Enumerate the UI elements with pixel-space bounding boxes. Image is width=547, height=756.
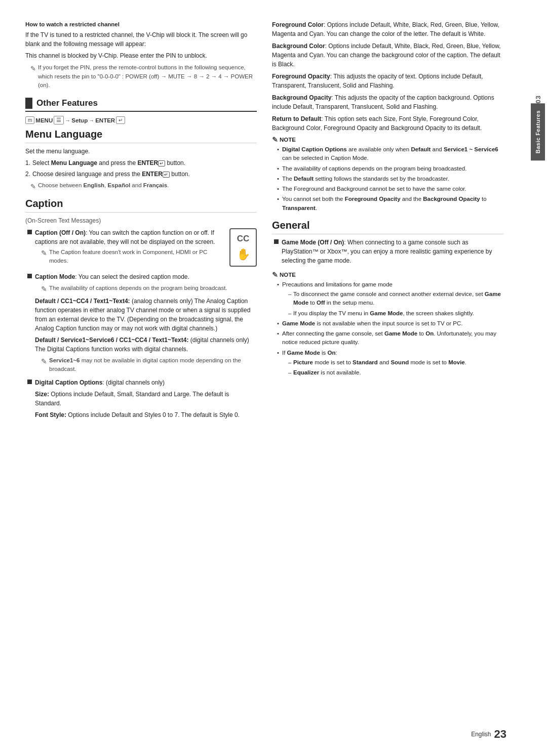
other-features-title: Other Features bbox=[36, 98, 98, 108]
menu-language-title: Menu Language bbox=[25, 129, 257, 143]
foreground-color: Foreground Color: Options include Defaul… bbox=[272, 20, 503, 38]
step1-num: 1. bbox=[25, 158, 30, 167]
other-features-title-bar: Other Features bbox=[25, 98, 257, 112]
restricted-channel-para1: If the TV is tuned to a restricted chann… bbox=[25, 30, 257, 49]
arrow2: → bbox=[89, 117, 94, 123]
general-note-1b: If you display the TV menu in Game Mode,… bbox=[288, 309, 503, 318]
menu-language-step2: 2. Choose desired language and press the… bbox=[25, 170, 257, 179]
general-note-1-sub: To disconnect the game console and conne… bbox=[282, 290, 503, 318]
right-column: Foreground Color: Options include Defaul… bbox=[272, 20, 503, 736]
return-to-default: Return to Default: This option sets each… bbox=[272, 114, 503, 133]
sidebar: 03 Basic Features bbox=[529, 0, 547, 756]
restricted-channel-para2: This channel is blocked by V-Chip. Pleas… bbox=[25, 51, 257, 60]
general-title: General bbox=[272, 220, 503, 234]
menu-path: m MENU ☰ → Setup → ENTER ↵ bbox=[25, 116, 257, 124]
cc-hand-icon: ✋ bbox=[237, 246, 250, 263]
cc-box: CC ✋ bbox=[229, 228, 257, 267]
pencil-icon-caption1: ✎ bbox=[41, 248, 47, 259]
pencil-icon-caption2: ✎ bbox=[41, 284, 47, 295]
general-note-4: If Game Mode is On: Picture mode is set … bbox=[277, 349, 503, 377]
content-area: How to watch a restricted channel If the… bbox=[0, 0, 529, 756]
pencil-icon-restricted: ✎ bbox=[30, 64, 36, 74]
caption-note-section: ✎ NOTE Digital Caption Options are avail… bbox=[272, 136, 503, 213]
general-section: General Game Mode (Off / On): When conne… bbox=[272, 220, 503, 377]
page-footer: English 23 bbox=[471, 728, 506, 741]
general-note-1a: To disconnect the game console and conne… bbox=[288, 290, 503, 308]
other-features-section: Other Features m MENU ☰ → Setup → ENTER … bbox=[25, 98, 257, 124]
foreground-opacity: Foreground Opacity: This adjusts the opa… bbox=[272, 72, 503, 90]
pencil-icon-service: ✎ bbox=[41, 356, 47, 367]
general-note-4a: Picture mode is set to Standard and Soun… bbox=[288, 358, 503, 367]
footer-language: English bbox=[471, 731, 491, 738]
default-cc-text: Default / CC1~CC4 / Text1~Text4: (analog… bbox=[35, 297, 257, 333]
note-item-1: Digital Caption Options are available on… bbox=[277, 145, 503, 163]
background-opacity: Background Opacity: This adjusts the opa… bbox=[272, 93, 503, 111]
caption-notes-list: Digital Caption Options are available on… bbox=[272, 145, 503, 213]
menu-language-note: ✎ Choose between English, Español and Fr… bbox=[30, 181, 257, 192]
general-note-3: After connecting the game console, set G… bbox=[277, 329, 503, 347]
menu-language-intro: Set the menu language. bbox=[25, 147, 257, 156]
bullet-sq-mode bbox=[27, 274, 32, 278]
restricted-channel-heading: How to watch a restricted channel bbox=[25, 20, 257, 29]
note-item-3: The Default setting follows the standard… bbox=[277, 175, 503, 183]
menu-symbol-box: ☰ bbox=[54, 116, 64, 124]
caption-subtitle: (On-Screen Text Messages) bbox=[25, 216, 257, 225]
general-note-1: Precautions and limitations for game mod… bbox=[277, 280, 503, 318]
general-notes-list: Precautions and limitations for game mod… bbox=[272, 280, 503, 377]
game-mode-content: Game Mode (Off / On): When connecting to… bbox=[282, 238, 503, 268]
general-note-header: ✎ NOTE bbox=[272, 271, 503, 279]
page-number: 23 bbox=[494, 728, 506, 741]
sidebar-chapter-number: 03 bbox=[534, 95, 542, 103]
caption-off-on-note: ✎ The Caption feature doesn't work in Co… bbox=[41, 248, 224, 266]
setup-label: Setup bbox=[71, 117, 88, 123]
bullet-sq-game bbox=[274, 239, 279, 244]
caption-note-header: ✎ NOTE bbox=[272, 136, 503, 144]
menu-language-step1: 1. Select Menu Language and press the EN… bbox=[25, 158, 257, 167]
caption-mode-content: Caption Mode: You can select the desired… bbox=[35, 272, 257, 375]
general-note-4-sub: Picture mode is set to Standard and Soun… bbox=[282, 358, 503, 377]
menu-icon: m bbox=[25, 116, 34, 124]
note-item-5: You cannot set both the Foreground Opaci… bbox=[277, 195, 503, 213]
arrow1: → bbox=[65, 117, 70, 123]
restricted-channel-note: ✎ If you forget the PIN, press the remot… bbox=[30, 63, 257, 90]
caption-mode-bullet: Caption Mode: You can select the desired… bbox=[25, 272, 257, 375]
general-note-section: ✎ NOTE Precautions and limitations for g… bbox=[272, 271, 503, 377]
digital-caption-bullet: Digital Caption Options: (digital channe… bbox=[25, 378, 257, 422]
caption-section: Caption (On-Screen Text Messages) CC ✋ C… bbox=[25, 198, 257, 422]
bullet-sq-caption bbox=[27, 230, 32, 234]
game-mode-bullet: Game Mode (Off / On): When connecting to… bbox=[272, 238, 503, 268]
caption-mode-note: ✎ The availability of captions depends o… bbox=[41, 284, 257, 295]
note-item-4: The Foreground and Background cannot be … bbox=[277, 185, 503, 193]
enter-label: ENTER bbox=[95, 117, 115, 123]
default-service-label: Default / Service1~Service6 / CC1~CC4 / … bbox=[35, 335, 257, 354]
page-container: How to watch a restricted channel If the… bbox=[0, 0, 547, 756]
bullet-sq-digital bbox=[27, 380, 32, 384]
caption-off-on-bullet: CC ✋ Caption (Off / On): You can switch … bbox=[25, 228, 257, 270]
general-note-4b: Equalizer is not available. bbox=[288, 368, 503, 377]
background-color: Background Color: Options include Defaul… bbox=[272, 41, 503, 69]
menu-language-section: Menu Language Set the menu language. 1. … bbox=[25, 129, 257, 192]
caption-off-on-content: CC ✋ Caption (Off / On): You can switch … bbox=[35, 228, 257, 270]
enter-icon: ↵ bbox=[116, 116, 125, 124]
note-item-2: The availability of captions depends on … bbox=[277, 164, 503, 173]
step2-num: 2. bbox=[25, 170, 30, 179]
section-black-bar bbox=[25, 98, 32, 109]
general-note-2: Game Mode is not available when the inpu… bbox=[277, 319, 503, 328]
menu-label: MENU bbox=[35, 117, 53, 123]
pencil-icon-note: ✎ bbox=[272, 136, 278, 144]
digital-caption-content: Digital Caption Options: (digital channe… bbox=[35, 378, 257, 422]
service-note: ✎ Service1~6 may not be available in dig… bbox=[41, 356, 257, 374]
caption-title: Caption bbox=[25, 198, 257, 213]
pencil-icon-general-note: ✎ bbox=[272, 271, 278, 279]
sidebar-tab: Basic Features bbox=[531, 103, 545, 160]
restricted-channel-section: How to watch a restricted channel If the… bbox=[25, 20, 257, 90]
left-column: How to watch a restricted channel If the… bbox=[25, 20, 257, 736]
pencil-icon-lang: ✎ bbox=[30, 182, 36, 192]
cc-label: CC bbox=[237, 232, 250, 245]
